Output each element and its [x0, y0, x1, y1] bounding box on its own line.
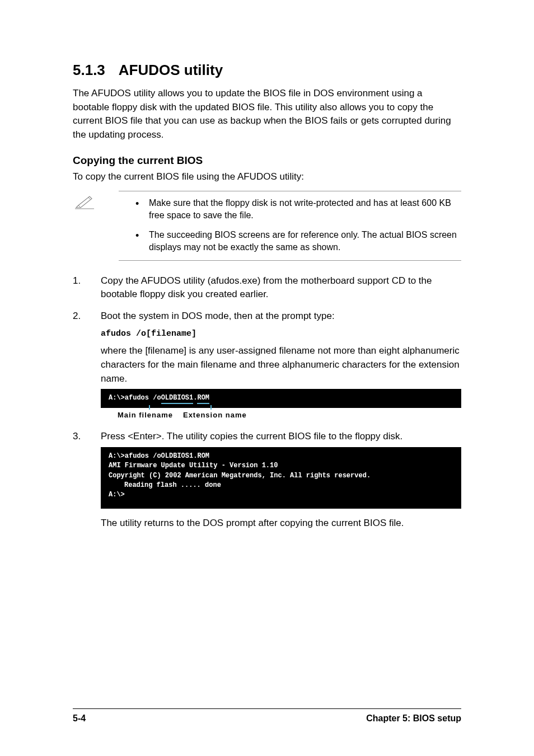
step-text: Copy the AFUDOS utility (afudos.exe) fro… — [101, 275, 432, 300]
section-heading: 5.1.3 AFUDOS utility — [73, 62, 461, 79]
section-title: AFUDOS utility — [119, 62, 223, 79]
annotation-connector — [210, 405, 212, 410]
footer-page-number: 5-4 — [73, 713, 86, 724]
post-console-text: The utility returns to the DOS prompt af… — [101, 516, 461, 530]
annotation-ext: Extension name — [183, 410, 247, 421]
console-line: A:\> — [109, 490, 453, 500]
footer-chapter: Chapter 5: BIOS setup — [366, 713, 461, 724]
console-line: Copyright (C) 2002 American Megatrends, … — [109, 471, 453, 481]
note-item: The succeeding BIOS screens are for refe… — [135, 229, 461, 253]
footer-chapter-title: BIOS setup — [413, 713, 461, 723]
console-mainname: OLDBIOS1 — [161, 394, 194, 402]
subsection-heading: Copying the current BIOS — [73, 154, 461, 167]
note-content: Make sure that the floppy disk is not wr… — [119, 191, 461, 260]
section-number: 5.1.3 — [73, 62, 105, 79]
subsection-intro: To copy the current BIOS file using the … — [73, 170, 461, 184]
console-line: AMI Firmware Update Utility - Version 1.… — [109, 461, 453, 471]
console-block: A:\>afudos /oOLDBIOS1.ROM AMI Firmware U… — [101, 447, 461, 509]
note-list: Make sure that the floppy disk is not wr… — [119, 197, 461, 253]
steps-list: Copy the AFUDOS utility (afudos.exe) fro… — [73, 274, 461, 530]
step-text: Boot the system in DOS mode, then at the… — [101, 311, 335, 321]
console-block: A:\>afudos /oOLDBIOS1.ROM — [101, 389, 461, 408]
step-item: Press <Enter>. The utility copies the cu… — [73, 430, 461, 530]
code-command: afudos /o[filename] — [101, 328, 461, 340]
step-item: Copy the AFUDOS utility (afudos.exe) fro… — [73, 274, 461, 302]
note-item: Make sure that the floppy disk is not wr… — [135, 197, 461, 222]
console-line: A:\>afudos /oOLDBIOS1.ROM — [109, 452, 453, 461]
console-prefix: A:\>afudos /o — [109, 394, 161, 402]
step-text: Press <Enter>. The utility copies the cu… — [101, 431, 402, 442]
step-explain: where the [filename] is any user-assigne… — [101, 344, 461, 386]
step-item: Boot the system in DOS mode, then at the… — [73, 309, 461, 421]
annotation-main: Main filename — [118, 410, 173, 421]
annotation-connector — [149, 405, 150, 410]
page-footer: 5-4 Chapter 5: BIOS setup — [73, 708, 461, 724]
note-box: Make sure that the floppy disk is not wr… — [73, 191, 461, 260]
annotation-row: Main filename Extension name — [118, 410, 461, 421]
section-intro: The AFUDOS utility allows you to update … — [73, 87, 461, 142]
console-line: Reading flash ..... done — [109, 481, 453, 490]
console-ext: ROM — [197, 394, 209, 402]
pencil-note-icon — [73, 195, 95, 211]
footer-chapter-label: Chapter 5: — [366, 713, 413, 723]
